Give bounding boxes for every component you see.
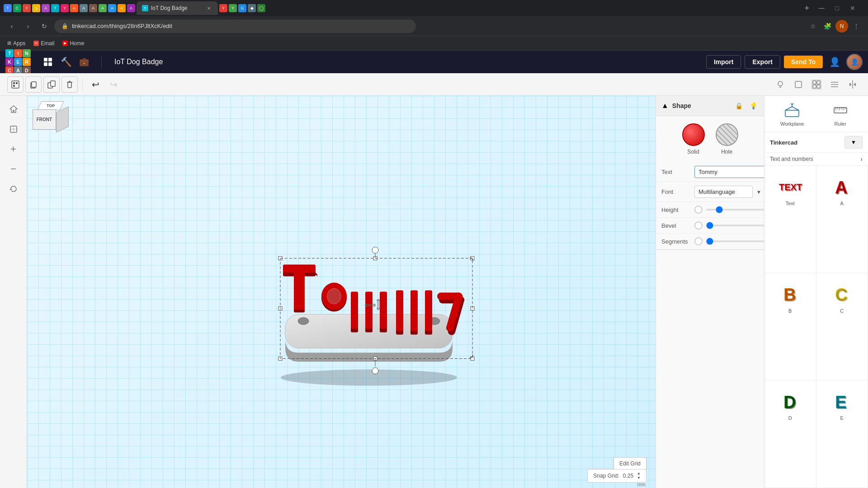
snap-grid-stepper[interactable]: ▲ ▼ [637,471,641,480]
shape-properties-panel: ▲ Shape 🔒 💡 Solid Hole [656,96,764,488]
bevel-slider[interactable] [706,225,764,226]
minimize-button[interactable]: ─ [815,4,828,13]
shape-outline-button[interactable] [790,76,807,93]
hole-option[interactable]: Hole [716,123,738,155]
svg-marker-28 [849,83,852,86]
3d-model[interactable]: ⟺ ⟺ [240,238,493,393]
extensions-button[interactable]: 🧩 [821,20,834,33]
ruler-tool[interactable]: Ruler [818,99,863,128]
star-button[interactable]: ☆ [807,20,819,33]
tinkercad-logo[interactable]: T I N K E R C A D [5,49,31,75]
grid-view-button[interactable] [40,54,56,70]
height-slider-thumb[interactable] [694,206,703,214]
viewport[interactable]: TOP FRONT [27,96,656,488]
new-shape-button[interactable] [7,76,24,93]
subcategory-selector[interactable]: Text and numbers › [764,153,868,166]
close-button[interactable]: ✕ [846,5,859,12]
zoom-in-button[interactable]: + [5,141,22,157]
bevel-slider-thumb[interactable] [694,221,703,230]
height-field-row: Height 10 [656,202,764,218]
forward-button[interactable]: › [22,20,34,33]
refresh-button[interactable]: ↻ [38,20,51,33]
cube-right-face[interactable] [56,106,69,132]
view-cube[interactable]: TOP FRONT [33,101,73,151]
segments-field-row: Segments 0 [656,234,764,249]
e-shape-item[interactable]: E E E [816,380,868,488]
bookmark-home[interactable]: ▶ Home [59,38,88,49]
lightbulb-icon[interactable]: 💡 [748,100,759,111]
tab-favicon-7[interactable]: Y [61,4,69,12]
tab-favicon-16[interactable]: Y [229,4,237,12]
delete-button[interactable] [61,76,78,93]
rotate-button[interactable] [5,181,22,197]
bookmark-email[interactable]: ✉ Email [30,38,58,49]
maximize-button[interactable]: □ [832,5,843,12]
group-button[interactable] [808,76,825,93]
collapse-arrow[interactable]: ▲ [661,102,669,110]
segments-slider-thumb[interactable] [694,237,703,245]
tab-favicon-11[interactable]: A [99,4,107,12]
svg-point-44 [328,289,340,304]
tab-close-btn[interactable]: ✕ [205,5,212,12]
briefcase-button[interactable]: 💼 [76,54,92,70]
text-shape-item[interactable]: TEXT TEXT Text [764,166,816,273]
cube-3d[interactable]: TOP FRONT [33,101,69,137]
tab-favicon-18[interactable]: ◆ [248,4,256,12]
edit-grid-button[interactable]: Edit Grid [613,457,646,470]
solid-option[interactable]: Solid [682,123,705,155]
back-button[interactable]: ‹ [5,20,18,33]
bookmark-apps[interactable]: ⊞ Apps [4,38,29,49]
text-input[interactable] [694,166,764,178]
user-avatar[interactable]: 👤 [846,54,863,70]
svg-text:C: C [836,286,848,304]
tab-favicon-2[interactable]: C [13,4,21,12]
cube-front-face[interactable]: FRONT [33,109,56,130]
tab-favicon-19[interactable]: ◯ [257,4,265,12]
active-tab[interactable]: T IoT Dog Badge ✕ [137,1,218,15]
home-view-button[interactable] [5,101,22,117]
settings-button[interactable]: ⋮ [850,20,863,33]
d-shape-item[interactable]: D D D [764,380,816,488]
tab-favicon-5[interactable]: A [42,4,50,12]
tab-favicon-1[interactable]: T [4,4,12,12]
tab-favicon-14[interactable]: A [127,4,135,12]
tab-favicon-8[interactable]: A [70,4,78,12]
segments-slider[interactable] [706,240,764,242]
shape-panel-header: ▲ Shape 🔒 💡 [656,96,764,116]
tab-favicon-17[interactable]: G [238,4,246,12]
import-button[interactable]: Import [706,55,741,69]
undo-button[interactable]: ↩ [87,76,104,93]
height-slider[interactable] [706,209,764,211]
tab-favicon-3[interactable]: Y [23,4,31,12]
tab-favicon-13[interactable]: A [118,4,126,12]
tab-favicon-6[interactable]: T [51,4,59,12]
zoom-out-button[interactable]: − [5,161,22,177]
profile-button[interactable]: N [835,20,848,33]
light-bulb-button[interactable] [772,76,788,93]
duplicate-button[interactable] [43,76,60,93]
export-button[interactable]: Export [745,55,780,69]
align-button[interactable] [826,76,843,93]
url-bar[interactable]: 🔒 tinkercad.com/things/28n6PJltXcK/edit [54,19,416,33]
cube-top-face[interactable]: TOP [37,101,64,110]
hammer-button[interactable]: 🔨 [58,54,74,70]
tab-favicon-10[interactable]: A [89,4,97,12]
category-dropdown[interactable]: ▼ [844,136,863,149]
b-shape-item[interactable]: B B B [764,273,816,381]
a-shape-item[interactable]: A A A [816,166,868,273]
tab-favicon-4[interactable]: G [32,4,40,12]
add-user-button[interactable]: 👤 [826,54,843,70]
tab-favicon-9[interactable]: A [80,4,88,12]
tab-favicon-12[interactable]: A [108,4,116,12]
c-shape-item[interactable]: C C C [816,273,868,381]
mirror-button[interactable] [844,76,861,93]
copy-button[interactable] [25,76,42,93]
workplane-tool[interactable]: Workplane [770,99,815,128]
tab-favicon-15[interactable]: Y [219,4,227,12]
redo-button[interactable]: ↪ [105,76,122,93]
send-to-button[interactable]: Send To [784,56,823,68]
font-select[interactable]: Multilanguage Arial Times New Roman [694,186,753,198]
fit-all-button[interactable] [5,121,22,137]
new-tab-button[interactable]: + [801,2,813,14]
lock-icon[interactable]: 🔒 [733,100,744,111]
